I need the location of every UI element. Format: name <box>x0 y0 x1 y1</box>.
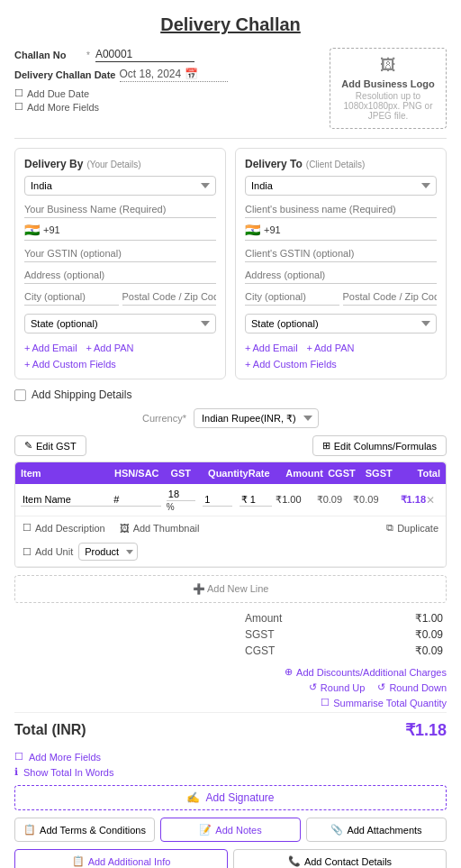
add-more-fields-link[interactable]: ☐ Add More Fields <box>14 751 447 763</box>
add-attachments-button[interactable]: 📎 Add Attachments <box>306 818 447 842</box>
challan-no-value[interactable]: A00001 <box>95 48 194 62</box>
item-cgst: ₹0.09 <box>317 494 353 506</box>
plus-icon-pan-by: + <box>86 343 92 353</box>
delivery-to-business-name[interactable] <box>245 201 437 218</box>
edit-columns-button[interactable]: ⊞ Edit Columns/Formulas <box>312 435 447 456</box>
delivery-by-postal[interactable] <box>122 288 217 306</box>
col-header-cgst: CGST <box>328 468 366 479</box>
round-down-link[interactable]: ↺ Round Down <box>377 681 447 693</box>
edit-gst-button[interactable]: ✎ Edit GST <box>14 435 86 456</box>
summarise-checkbox: ☐ <box>321 697 330 708</box>
add-description-link[interactable]: ☐ Add Description <box>23 522 105 534</box>
delivery-to-state[interactable]: State (optional) <box>245 314 437 333</box>
delivery-to-custom-fields[interactable]: + Add Custom Fields <box>245 359 437 370</box>
columns-icon: ⊞ <box>322 440 330 452</box>
currency-select[interactable]: Indian Rupee(INR, ₹) <box>194 408 319 428</box>
delivery-by-gstin[interactable] <box>24 245 216 262</box>
additional-icon: 📋 <box>72 855 85 867</box>
item-qty-input[interactable] <box>203 493 231 507</box>
col-header-sgst: SGST <box>366 468 403 479</box>
logo-icon: 🖼 <box>380 56 396 75</box>
checkbox-more-fields-header: ☐ <box>14 101 23 113</box>
challan-date-label: Delivery Challan Date <box>14 69 116 80</box>
delivery-by-add-email[interactable]: + Add Email <box>24 343 77 353</box>
bottom-actions-row-2: 📋 Add Additional Info 📞 Add Contact Deta… <box>14 849 447 868</box>
contact-icon: 📞 <box>288 855 301 867</box>
add-notes-button[interactable]: 📝 Add Notes <box>160 818 301 842</box>
delivery-by-custom-fields[interactable]: + Add Custom Fields <box>24 359 216 370</box>
col-header-rate: Rate <box>249 468 286 479</box>
show-total-words-link[interactable]: ℹ Show Total In Words <box>14 766 447 778</box>
delivery-by-flag: 🇮🇳 <box>24 223 40 237</box>
items-table: Item HSN/SAC GST Quantity Rate Amount CG… <box>14 461 447 568</box>
more-fields-checkbox: ☐ <box>14 751 23 763</box>
delivery-by-phone-input[interactable] <box>64 224 216 235</box>
currency-label: Currency* <box>142 413 186 424</box>
show-total-icon: ℹ <box>14 766 18 778</box>
delivery-by-country[interactable]: India <box>24 176 216 196</box>
delivery-to-card: Delivery To (Client Details) India 🇮🇳 +9… <box>235 148 447 379</box>
challan-no-label: Challan No <box>14 50 86 60</box>
delivery-by-city[interactable] <box>24 288 119 306</box>
total-row: Total (INR) ₹1.18 <box>14 712 447 747</box>
delivery-to-gstin[interactable] <box>245 245 437 262</box>
add-additional-info-button[interactable]: 📋 Add Additional Info <box>14 849 228 868</box>
summary-cgst-row: CGST ₹0.09 <box>245 643 443 659</box>
duplicate-icon: ⧉ <box>386 522 393 534</box>
delivery-to-add-pan[interactable]: + Add PAN <box>307 343 355 353</box>
round-up-link[interactable]: ↺ Round Up <box>309 681 366 693</box>
delivery-to-country[interactable]: India <box>245 176 437 196</box>
delivery-to-add-email[interactable]: + Add Email <box>245 343 298 353</box>
discount-icon: ⊕ <box>285 666 293 678</box>
delivery-by-add-pan[interactable]: + Add PAN <box>86 343 134 353</box>
item-name-input[interactable] <box>21 493 112 507</box>
unit-select[interactable]: Product <box>78 543 138 561</box>
summarise-qty-link[interactable]: ☐ Summarise Total Quantity <box>321 697 447 708</box>
challan-fields: Challan No * A00001 Delivery Challan Dat… <box>14 48 330 114</box>
plus-icon-email-by: + <box>24 343 30 353</box>
discount-round-section: ⊕ Add Discounts/Additional Charges ↺ Rou… <box>14 666 447 708</box>
add-thumbnail-link[interactable]: 🖼 Add Thumbnail <box>120 523 200 534</box>
col-header-gst: GST <box>170 468 208 479</box>
item-total: ₹1.18 <box>390 494 426 506</box>
challan-date-field[interactable]: Oct 18, 2024 📅 <box>120 68 228 82</box>
delivery-by-business-name[interactable] <box>24 201 216 218</box>
delivery-to-title: Delivery To (Client Details) <box>245 158 437 170</box>
thumbnail-icon: 🖼 <box>120 523 130 534</box>
add-new-line-icon: ➕ <box>193 583 205 594</box>
item-remove-button[interactable]: ✕ <box>426 494 440 507</box>
col-header-item: Item <box>21 468 114 479</box>
unit-icon: ☐ <box>23 546 32 558</box>
delivery-by-state[interactable]: State (optional) <box>24 314 216 333</box>
summary-amount-row: Amount ₹1.00 <box>245 610 443 626</box>
total-label: Total (INR) <box>14 722 86 738</box>
delivery-to-phone-input[interactable] <box>285 224 437 235</box>
item-rate-input[interactable] <box>240 493 272 507</box>
calendar-icon: 📅 <box>185 68 198 80</box>
shipping-label: Add Shipping Details <box>32 388 131 401</box>
add-contact-details-button[interactable]: 📞 Add Contact Details <box>233 849 447 868</box>
delivery-to-city[interactable] <box>245 288 339 306</box>
delivery-to-flag: 🇮🇳 <box>245 223 260 237</box>
add-due-date-link[interactable]: ☐ Add Due Date <box>14 87 330 99</box>
shipping-checkbox[interactable] <box>14 389 26 401</box>
delivery-to-postal[interactable] <box>343 288 438 306</box>
add-new-line-button[interactable]: ➕ Add New Line <box>14 575 447 603</box>
col-header-total: Total <box>402 468 440 479</box>
table-header-row: Item HSN/SAC GST Quantity Rate Amount CG… <box>15 462 446 484</box>
add-more-fields-link[interactable]: ☐ Add More Fields <box>14 101 330 113</box>
item-hsn-input[interactable] <box>112 493 161 507</box>
add-terms-button[interactable]: 📋 Add Terms & Conditions <box>14 818 155 842</box>
delivery-by-address[interactable] <box>24 267 216 284</box>
page-title: Delivery Challan <box>14 14 447 35</box>
delivery-to-address[interactable] <box>245 267 437 284</box>
logo-upload-box[interactable]: 🖼 Add Business Logo Resolution up to 108… <box>330 48 447 129</box>
add-discounts-link[interactable]: ⊕ Add Discounts/Additional Charges <box>285 666 447 678</box>
add-signature-button[interactable]: ✍ Add Signature <box>14 785 447 810</box>
duplicate-link[interactable]: ⧉ Duplicate <box>386 522 438 534</box>
delivery-by-title: Delivery By (Your Details) <box>24 158 216 170</box>
divider-1 <box>14 138 447 139</box>
item-amount: ₹1.00 <box>276 494 317 506</box>
add-unit-link[interactable]: ☐ Add Unit <box>23 546 73 558</box>
item-gst-input[interactable] <box>167 488 195 501</box>
